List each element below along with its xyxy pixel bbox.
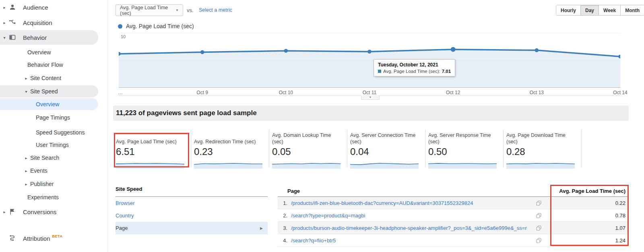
sparkline-chart: [272, 158, 341, 169]
scorecard-value: 0.04: [350, 146, 421, 157]
sidebar-item-label: Overview: [36, 101, 59, 107]
chevron-right-icon: ▸: [2, 210, 7, 214]
table-row: 1. /products/ifi-zen-blue-bluetooth-dac?…: [278, 197, 629, 209]
page-speed-table: Page Avg. Page Load Time (sec) 1. /produ…: [278, 186, 629, 247]
dimension-browser[interactable]: Browser: [116, 197, 268, 209]
column-header-avg-page-load-time: Avg. Page Load Time (sec): [559, 188, 625, 194]
scorecard-page-download-time[interactable]: Avg. Page Download Time (sec) 0.28: [504, 130, 582, 167]
sidebar-item-publisher[interactable]: ▸ Publisher: [0, 178, 98, 190]
x-axis-labels: …Oct 9Oct 10Oct 11Oct 12Oct 13Oct 14: [119, 90, 620, 96]
beta-badge: BETA: [52, 234, 63, 238]
sidebar-item-label: Site Speed: [30, 88, 58, 95]
dimension-panel-title: Site Speed: [116, 186, 268, 197]
page-link[interactable]: /search?q=fiio+btr5: [291, 238, 336, 244]
scorecard-redirection-time[interactable]: Avg. Redirection Time (sec) 0.23: [191, 130, 269, 167]
flag-icon: [9, 208, 16, 215]
scorecard-server-connection-time[interactable]: Avg. Server Connection Time (sec) 0.04: [347, 130, 425, 167]
table-row: 2. /search?type=product&q=magbi 0.78: [278, 209, 629, 222]
sidebar-item-label: Site Search: [30, 155, 59, 161]
page-link[interactable]: /products/burson-audio-timekeeper-3i-hea…: [291, 225, 527, 231]
scorecard-label: Avg. Server Connection Time (sec): [350, 131, 421, 145]
sidebar-item-behavior[interactable]: ▾ Behavior: [0, 30, 98, 45]
sidebar-item-site-speed-overview[interactable]: Overview: [0, 98, 98, 110]
sidebar-item-label: Page Timings: [36, 114, 70, 121]
metric-dropdown[interactable]: Avg. Page Load Time (sec) ▼: [116, 4, 183, 16]
sparkline-chart: [116, 158, 184, 169]
scorecard-label: Avg. Redirection Time (sec): [194, 131, 265, 145]
sidebar-item-behavior-overview[interactable]: Overview: [0, 46, 98, 58]
select-metric-link[interactable]: Select a metric: [199, 7, 232, 13]
sidebar-item-audience[interactable]: ▸ Audience: [0, 0, 98, 14]
granularity-button-day[interactable]: Day: [580, 5, 599, 15]
x-tick-label: Oct 14: [613, 90, 627, 95]
granularity-button-hourly[interactable]: Hourly: [556, 5, 580, 15]
sidebar-item-page-timings[interactable]: Page Timings: [0, 112, 98, 124]
sidebar-item-attribution[interactable]: AttributionBETA: [0, 231, 98, 245]
legend-dot-icon: [118, 24, 122, 29]
annotations-toggle[interactable]: ▼: [361, 95, 380, 100]
open-in-new-icon[interactable]: [536, 225, 541, 231]
sidebar-item-user-timings[interactable]: User Timings: [0, 139, 98, 151]
sidebar-item-label: Behavior Flow: [27, 62, 63, 68]
tooltip-value: 7.01: [442, 69, 451, 74]
sidebar-item-behavior-flow[interactable]: Behavior Flow: [0, 59, 98, 71]
sidebar-item-label: Events: [30, 167, 47, 174]
scorecard-server-response-time[interactable]: Avg. Server Response Time (sec) 0.50: [425, 130, 504, 167]
chevron-right-icon: ▸: [2, 21, 7, 25]
row-value: 1.24: [550, 238, 629, 244]
chevron-down-icon: ▾: [2, 35, 7, 40]
granularity-toggle: Hourly Day Week Month: [556, 5, 644, 16]
sparkline-chart: [350, 158, 419, 169]
sidebar-item-experiments[interactable]: Experiments: [0, 191, 98, 203]
sparkline-chart: [506, 158, 575, 169]
open-in-new-icon[interactable]: [536, 213, 541, 218]
x-tick-label: …: [118, 90, 123, 95]
chevron-right-icon: ▸: [24, 169, 29, 173]
caret-down-icon: ▼: [175, 8, 179, 12]
page-link[interactable]: /search?type=product&q=magbi: [291, 213, 365, 219]
attribution-icon: [9, 234, 16, 242]
behavior-icon: [9, 34, 16, 41]
column-header-page: Page: [287, 188, 300, 194]
dimension-page[interactable]: Page ▶: [116, 222, 268, 234]
page-link[interactable]: /products/ifi-zen-blue-bluetooth-dac?cur…: [291, 200, 473, 206]
scorecard-value: 0.28: [506, 146, 577, 157]
x-tick-label: Oct 12: [446, 90, 460, 95]
granularity-button-week[interactable]: Week: [599, 5, 620, 15]
sidebar-item-acquisition[interactable]: ▸ Acquisition: [0, 15, 98, 30]
tooltip-series-swatch: [378, 70, 381, 73]
sparkline-chart: [194, 158, 262, 169]
chart-legend: Avg. Page Load Time (sec): [118, 23, 194, 29]
main-content: Avg. Page Load Time (sec) ▼ vs. Select a…: [108, 0, 644, 252]
chevron-right-icon: ▸: [24, 76, 29, 81]
acquisition-icon: [9, 19, 16, 26]
timeline-chart-area[interactable]: [119, 33, 620, 88]
person-icon: [9, 4, 16, 11]
dimension-panel: Site Speed Browser Country Page ▶: [116, 186, 268, 234]
scorecard-page-load-time[interactable]: Avg. Page Load Time (sec) 6.51: [113, 130, 191, 167]
sidebar-item-events[interactable]: ▸ Events: [0, 165, 98, 177]
sidebar-item-site-content[interactable]: ▸ Site Content: [0, 72, 98, 84]
tooltip-date: Tuesday, October 12, 2021: [378, 62, 451, 68]
open-in-new-icon[interactable]: [536, 238, 541, 243]
sidebar-item-site-speed[interactable]: ▾ Site Speed: [0, 85, 98, 97]
chevron-right-icon: ▸: [24, 182, 29, 186]
sidebar-item-label: Audience: [23, 4, 48, 11]
sidebar-item-label: AttributionBETA: [23, 234, 62, 242]
chart-tooltip: Tuesday, October 12, 2021 Avg. Page Load…: [374, 59, 455, 76]
open-in-new-icon[interactable]: [536, 200, 541, 206]
scorecard-domain-lookup-time[interactable]: Avg. Domain Lookup Time (sec) 0.05: [269, 130, 347, 167]
caret-down-icon: ▼: [369, 96, 372, 99]
scorecard-value: 0.50: [428, 146, 499, 157]
sidebar: ▸ Audience ▸ Acquisition ▾ Behavior Over…: [0, 0, 108, 252]
metric-dropdown-value: Avg. Page Load Time (sec): [120, 5, 175, 16]
scorecard-value: 6.51: [116, 146, 187, 157]
table-row: 3. /products/burson-audio-timekeeper-3i-…: [278, 222, 629, 234]
granularity-button-month[interactable]: Month: [620, 5, 644, 15]
sidebar-item-conversions[interactable]: ▸ Conversions: [0, 204, 98, 219]
scorecard-label: Avg. Page Download Time (sec): [506, 131, 577, 145]
scorecard-label: Avg. Page Load Time (sec): [116, 131, 187, 145]
sidebar-item-site-search[interactable]: ▸ Site Search: [0, 152, 98, 164]
dimension-country[interactable]: Country: [116, 209, 268, 222]
row-value: 1.07: [550, 225, 629, 231]
